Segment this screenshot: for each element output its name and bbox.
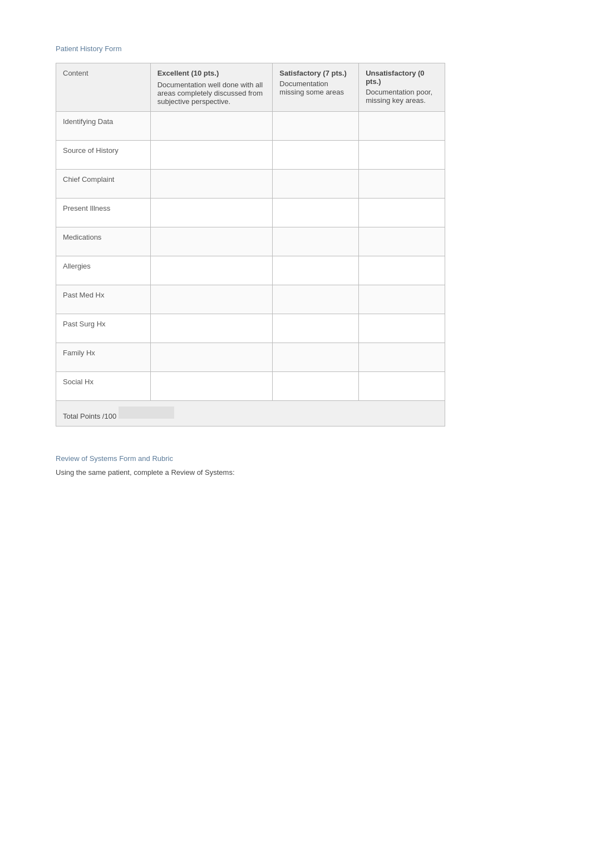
row-cell[interactable] (150, 141, 273, 170)
table-row: Allergies (56, 256, 445, 285)
row-cell[interactable] (273, 343, 359, 372)
row-cell[interactable] (150, 343, 273, 372)
table-row: Identifying Data (56, 112, 445, 141)
row-label: Social Hx (56, 372, 151, 401)
row-cell[interactable] (359, 256, 445, 285)
review-section-heading: Review of Systems Form and Rubric (56, 454, 535, 463)
row-label: Past Med Hx (56, 285, 151, 314)
table-row: Medications (56, 227, 445, 256)
total-points-cell: Total Points /100 (56, 401, 445, 426)
row-cell[interactable] (273, 372, 359, 401)
col-excellent-header: Excellent (10 pts.) Documentation well d… (150, 63, 273, 112)
row-cell[interactable] (150, 199, 273, 227)
row-label: Present Illness (56, 199, 151, 227)
row-cell[interactable] (150, 256, 273, 285)
table-row: Past Med Hx (56, 285, 445, 314)
table-row: Present Illness (56, 199, 445, 227)
row-cell[interactable] (150, 170, 273, 199)
total-points-input[interactable] (119, 406, 174, 419)
rubric-table: Content Excellent (10 pts.) Documentatio… (56, 63, 445, 426)
row-cell[interactable] (359, 285, 445, 314)
row-cell[interactable] (359, 372, 445, 401)
table-row: Social Hx (56, 372, 445, 401)
col-unsatisfactory-header: Unsatisfactory (0 pts.) Documentation po… (359, 63, 445, 112)
col-satisfactory-header: Satisfactory (7 pts.) Documentation miss… (273, 63, 359, 112)
row-cell[interactable] (150, 285, 273, 314)
row-cell[interactable] (273, 170, 359, 199)
row-label: Past Surg Hx (56, 314, 151, 343)
row-cell[interactable] (273, 285, 359, 314)
row-cell[interactable] (359, 227, 445, 256)
row-cell[interactable] (273, 141, 359, 170)
row-label: Medications (56, 227, 151, 256)
row-cell[interactable] (150, 112, 273, 141)
row-cell[interactable] (359, 112, 445, 141)
col-content-header: Content (56, 63, 151, 112)
table-row: Past Surg Hx (56, 314, 445, 343)
row-cell[interactable] (273, 256, 359, 285)
table-row: Family Hx (56, 343, 445, 372)
row-cell[interactable] (359, 343, 445, 372)
row-cell[interactable] (150, 372, 273, 401)
table-row: Source of History (56, 141, 445, 170)
row-cell[interactable] (273, 314, 359, 343)
row-cell[interactable] (150, 227, 273, 256)
page-title: Patient History Form (56, 44, 535, 53)
row-label: Chief Complaint (56, 170, 151, 199)
row-cell[interactable] (359, 314, 445, 343)
row-cell[interactable] (359, 199, 445, 227)
row-label: Identifying Data (56, 112, 151, 141)
row-label: Source of History (56, 141, 151, 170)
row-cell[interactable] (150, 314, 273, 343)
table-row: Chief Complaint (56, 170, 445, 199)
row-label: Allergies (56, 256, 151, 285)
row-label: Family Hx (56, 343, 151, 372)
row-cell[interactable] (359, 141, 445, 170)
review-section-description: Using the same patient, complete a Revie… (56, 468, 535, 477)
total-row: Total Points /100 (56, 401, 445, 426)
row-cell[interactable] (273, 199, 359, 227)
row-cell[interactable] (359, 170, 445, 199)
row-cell[interactable] (273, 227, 359, 256)
row-cell[interactable] (273, 112, 359, 141)
